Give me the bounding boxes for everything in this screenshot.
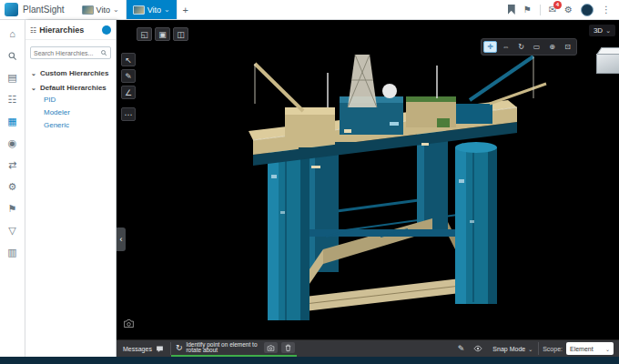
tab-vito-1[interactable]: Vito ⌄ <box>76 0 127 19</box>
pan-tool-icon[interactable]: ⇔ <box>499 41 512 53</box>
notifications-icon[interactable]: ✉ 4 <box>549 5 556 15</box>
section-custom-hierarchies[interactable]: ⌄ Custom Hierarchies <box>25 63 116 77</box>
view-mode-dropdown[interactable]: 3D ⌄ <box>589 25 615 36</box>
overflow-menu-icon[interactable]: ⋮ <box>602 5 611 15</box>
search-icon[interactable] <box>5 48 21 63</box>
gear-icon[interactable]: ⚙ <box>564 5 573 15</box>
saved-views-icon[interactable]: ▣ <box>155 27 170 41</box>
messages-button[interactable]: Messages <box>117 340 170 357</box>
snapshot-button[interactable] <box>264 342 278 353</box>
hierarchies-icon[interactable]: ☷ <box>5 92 21 106</box>
measure-icon[interactable]: ∠ <box>121 86 136 99</box>
tab-thumbnail <box>82 5 94 15</box>
section-label: Default Hierarchies <box>40 84 107 92</box>
fit-tool-icon[interactable]: ⊡ <box>561 41 574 53</box>
bookmark-icon[interactable] <box>508 5 515 15</box>
hierarchies-panel-header: ☷ Hierarchies <box>25 20 116 40</box>
filter-icon[interactable]: ▽ <box>5 223 21 238</box>
navigation-cube[interactable] <box>596 47 619 76</box>
divider <box>540 5 541 15</box>
tool-prompt: ↻ Identify point on element to rotate ab… <box>171 340 262 355</box>
tab-label: Vito <box>147 5 161 15</box>
flag-tool-icon[interactable]: ⚑ <box>5 201 21 216</box>
chevron-down-icon[interactable]: ⌄ <box>164 6 170 14</box>
search-input[interactable] <box>34 50 98 56</box>
footer-strip <box>0 357 619 364</box>
markup-pencil-icon[interactable]: ✎ <box>121 69 136 83</box>
documents-icon[interactable]: ▤ <box>5 70 21 85</box>
tab-label: Vito <box>96 5 110 15</box>
more-tools-icon[interactable]: ⋯ <box>121 107 136 121</box>
chevron-down-icon: ⌄ <box>528 346 533 352</box>
snap-mode-label: Snap Mode <box>492 346 525 352</box>
settings-icon[interactable]: ⚙ <box>5 179 21 194</box>
panel-title: Hierarchies <box>39 25 99 35</box>
search-icon <box>100 49 107 56</box>
users-icon[interactable]: ◉ <box>5 136 21 150</box>
markup-pencil-icon[interactable]: ✎ <box>453 340 470 357</box>
view-toolbar: ✛ ⇔ ↻ ▭ ⊕ ⊡ <box>481 38 577 56</box>
app-name: PlantSight <box>23 5 65 15</box>
eye-icon[interactable] <box>469 340 487 357</box>
hierarchies-search <box>30 46 111 59</box>
section-label: Custom Hierarchies <box>40 69 109 77</box>
locate-tool-icon[interactable]: ✛ <box>483 41 497 53</box>
chevron-down-icon[interactable]: ⌄ <box>113 6 119 14</box>
magnifier-glyph <box>7 51 17 61</box>
tab-vito-2-active[interactable]: Vito ⌄ <box>127 0 178 19</box>
scope-label: Scope: <box>539 340 566 357</box>
trash-icon <box>284 344 292 352</box>
view-mode-label: 3D <box>594 26 603 35</box>
snap-mode-dropdown[interactable]: Snap Mode ⌄ <box>487 340 538 357</box>
dock-panel-button[interactable] <box>102 25 111 35</box>
plantsight-app: PlantSight Vito ⌄ Vito ⌄ + ⚑ ✉ 4 ⚙ ⋮ <box>0 0 619 364</box>
scope-value: Element <box>570 346 594 352</box>
new-tab-button[interactable]: + <box>178 0 194 19</box>
rotate-tool-icon[interactable]: ↻ <box>514 41 528 53</box>
top-bar: PlantSight Vito ⌄ Vito ⌄ + ⚑ ✉ 4 ⚙ ⋮ <box>0 0 619 20</box>
top-bar-actions: ⚑ ✉ 4 ⚙ ⋮ <box>500 0 619 19</box>
main-area: ⌂ ▤ ☷ ▦ ◉ ⇄ ⚙ ⚑ ▽ ▥ ☷ Hierarchies <box>0 20 619 357</box>
active-tool-group: ↻ Identify point on element to rotate ab… <box>171 340 297 357</box>
delete-button[interactable] <box>281 342 295 353</box>
zoom-window-icon[interactable]: ▭ <box>530 41 543 53</box>
app-logo[interactable] <box>5 3 18 16</box>
view-camera-icon[interactable] <box>123 317 135 333</box>
cube-front-face <box>596 54 619 74</box>
chevron-down-icon: ⌄ <box>31 85 36 92</box>
section-default-hierarchies[interactable]: ⌄ Default Hierarchies <box>25 77 116 92</box>
chevron-down-icon: ⌄ <box>605 27 611 35</box>
default-hierarchy-list: PID Modeler Generic <box>25 92 116 129</box>
viewport-3d[interactable]: ◱ ▣ ◫ ↖ ✎ ∠ ⋯ ✛ ⇔ ↻ ▭ ⊕ <box>117 20 619 339</box>
fit-view-icon[interactable]: ◱ <box>137 27 152 41</box>
flag-icon[interactable]: ⚑ <box>523 5 532 15</box>
camera-icon <box>267 344 275 352</box>
panel-collapse-handle[interactable]: ‹ <box>117 228 126 251</box>
avatar[interactable] <box>581 4 594 16</box>
viewer-column: ◱ ▣ ◫ ↖ ✎ ∠ ⋯ ✛ ⇔ ↻ ▭ ⊕ <box>117 20 619 357</box>
markup-toolbar: ↖ ✎ ∠ ⋯ <box>121 53 136 121</box>
chevron-down-icon: ⌄ <box>31 70 36 77</box>
home-icon[interactable]: ⌂ <box>5 26 21 41</box>
scope-select[interactable]: Element ⌄ <box>566 342 614 355</box>
notification-badge: 4 <box>553 1 562 9</box>
model-icon[interactable]: ▦ <box>5 114 21 128</box>
chevron-down-icon: ⌄ <box>605 346 610 352</box>
sync-icon[interactable]: ⇄ <box>5 157 21 172</box>
hierarchies-panel: ☷ Hierarchies ⌄ Custom Hierarchies ⌄ Def… <box>25 20 117 357</box>
select-cursor-icon[interactable]: ↖ <box>121 53 136 66</box>
hierarchy-link-generic[interactable]: Generic <box>44 121 116 129</box>
platform-3d-model <box>117 20 619 339</box>
left-icon-rail: ⌂ ▤ ☷ ▦ ◉ ⇄ ⚙ ⚑ ▽ ▥ <box>0 20 25 357</box>
messages-label: Messages <box>123 346 152 352</box>
statusbar-spacer <box>297 340 453 357</box>
chat-bubble-icon <box>156 345 164 353</box>
status-bar: Messages ↻ Identify point on element to … <box>117 339 619 357</box>
viewport-topleft-toolbar: ◱ ▣ ◫ <box>137 27 188 41</box>
view-layout-icon[interactable]: ◫ <box>173 27 188 41</box>
zoom-icon[interactable]: ⊕ <box>545 41 559 53</box>
hierarchy-link-modeler[interactable]: Modeler <box>44 108 116 116</box>
prompt-line-2: rotate about <box>186 348 257 354</box>
reports-icon[interactable]: ▥ <box>5 245 21 259</box>
hierarchy-link-pid[interactable]: PID <box>44 96 116 104</box>
